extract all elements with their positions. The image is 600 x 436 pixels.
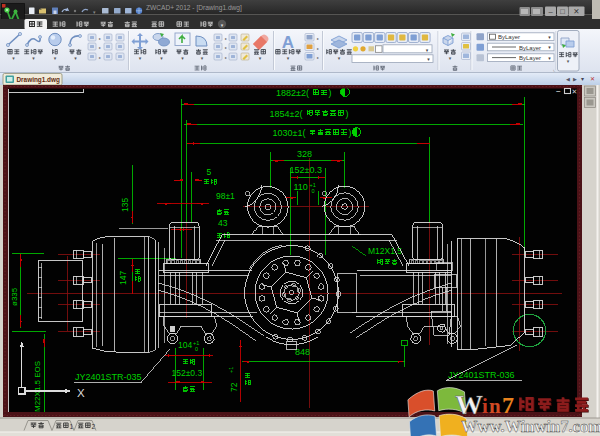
svg-text:–: – bbox=[556, 86, 561, 95]
svg-text:147: 147 bbox=[118, 271, 128, 285]
svg-text:152±0.3: 152±0.3 bbox=[172, 368, 203, 378]
svg-text:): ) bbox=[346, 109, 349, 119]
svg-text:): ) bbox=[329, 88, 332, 98]
svg-text:▸: ▸ bbox=[99, 45, 101, 50]
svg-text:▾: ▾ bbox=[581, 76, 584, 82]
svg-text:ZWCAD+ 2012 - [Drawing1.dwg]: ZWCAD+ 2012 - [Drawing1.dwg] bbox=[146, 4, 242, 12]
svg-text:135: 135 bbox=[120, 198, 130, 212]
svg-text:n: n bbox=[489, 394, 501, 418]
svg-text:72: 72 bbox=[229, 382, 239, 392]
svg-text:110: 110 bbox=[294, 182, 308, 192]
svg-text:328: 328 bbox=[297, 149, 312, 159]
svg-text:ByLayer: ByLayer bbox=[498, 34, 520, 40]
svg-text:▸: ▸ bbox=[317, 36, 319, 41]
svg-text:7: 7 bbox=[502, 392, 514, 418]
svg-text:+1: +1 bbox=[228, 367, 234, 373]
svg-text:M22X1.5 EOS: M22X1.5 EOS bbox=[33, 361, 42, 412]
svg-text:▸: ▸ bbox=[317, 46, 319, 51]
svg-text:43: 43 bbox=[218, 218, 228, 228]
svg-text:2: 2 bbox=[92, 423, 96, 430]
svg-text:848: 848 bbox=[295, 347, 310, 357]
svg-text:0: 0 bbox=[195, 346, 198, 352]
svg-text:1882±2(: 1882±2( bbox=[276, 88, 309, 98]
svg-text:152±0.3: 152±0.3 bbox=[290, 165, 322, 175]
svg-text:▸: ▸ bbox=[99, 55, 101, 60]
svg-text:✕: ✕ bbox=[572, 88, 578, 95]
svg-text:W: W bbox=[455, 389, 483, 420]
svg-text:□: □ bbox=[560, 7, 565, 16]
svg-text:✕: ✕ bbox=[590, 76, 595, 82]
svg-text:◀: ◀ bbox=[566, 76, 570, 82]
svg-text:▸: ▸ bbox=[225, 55, 227, 60]
svg-text:▸: ▸ bbox=[225, 45, 227, 50]
svg-text:Drawing1.dwg: Drawing1.dwg bbox=[17, 76, 60, 84]
svg-text:5: 5 bbox=[207, 167, 212, 177]
svg-text:ByLayer: ByLayer bbox=[519, 55, 541, 61]
svg-text:i: i bbox=[482, 394, 488, 418]
svg-text:▸: ▸ bbox=[317, 55, 319, 60]
svg-text:▸: ▸ bbox=[225, 36, 227, 41]
svg-text:1854±2(: 1854±2( bbox=[270, 109, 303, 119]
svg-text:▸: ▸ bbox=[99, 36, 101, 41]
svg-text:): ) bbox=[349, 128, 352, 138]
svg-text:98±1: 98±1 bbox=[216, 191, 235, 201]
svg-text:▶: ▶ bbox=[573, 76, 577, 82]
svg-text:1030±1(: 1030±1( bbox=[273, 128, 306, 138]
svg-text:1: 1 bbox=[70, 423, 74, 430]
svg-text:ByLayer: ByLayer bbox=[519, 45, 541, 51]
svg-text:Www.Winwin7.com: Www.Winwin7.com bbox=[461, 417, 600, 436]
svg-text:0: 0 bbox=[312, 188, 315, 194]
svg-text:✕: ✕ bbox=[573, 7, 579, 16]
svg-text:ø335: ø335 bbox=[10, 287, 19, 306]
svg-text:104: 104 bbox=[178, 340, 192, 350]
svg-text:JY2401STR-035: JY2401STR-035 bbox=[75, 372, 142, 382]
svg-text:X: X bbox=[77, 387, 85, 399]
